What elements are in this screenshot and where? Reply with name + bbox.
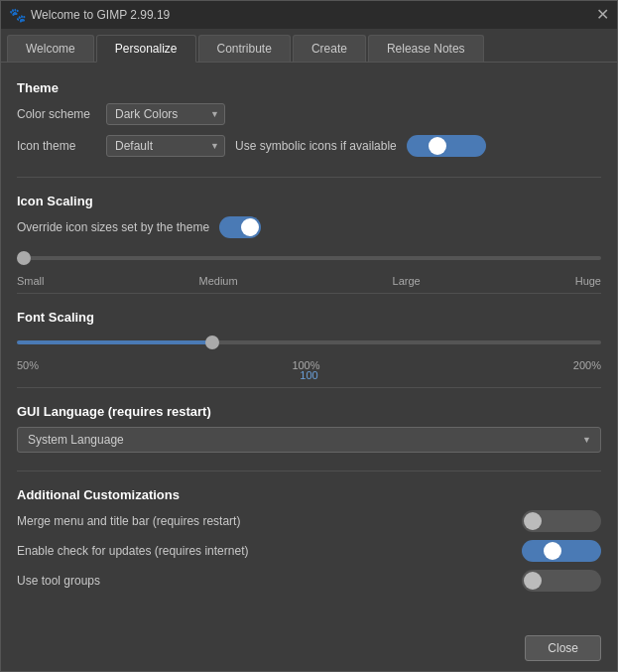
divider-1 — [17, 177, 601, 178]
icon-scaling-title: Icon Scaling — [17, 194, 601, 208]
additional-title: Additional Customizations — [17, 487, 601, 502]
override-label: Override icon sizes set by the theme — [17, 220, 209, 234]
font-scaling-title: Font Scaling — [17, 310, 601, 325]
font-slider-container — [17, 333, 601, 355]
icon-theme-row: Icon theme Default Use symbolic icons if… — [17, 135, 601, 157]
close-button[interactable]: Close — [525, 635, 601, 661]
titlebar: 🐾 Welcome to GIMP 2.99.19 ✕ — [1, 1, 617, 29]
icon-slider-container — [17, 248, 601, 271]
icon-medium-label: Medium — [198, 275, 237, 287]
merge-menu-row: Merge menu and title bar (requires resta… — [17, 510, 601, 532]
tabs-bar: Welcome Personalize Contribute Create Re… — [1, 29, 617, 63]
icon-huge-label: Huge — [575, 275, 601, 287]
icon-theme-dropdown-wrapper: Default — [106, 135, 225, 157]
color-scheme-dropdown[interactable]: Dark Colors — [106, 103, 225, 125]
main-window: 🐾 Welcome to GIMP 2.99.19 ✕ Welcome Pers… — [0, 0, 618, 672]
content-area: Theme Color scheme Dark Colors Icon them… — [1, 63, 617, 625]
tab-release-notes[interactable]: Release Notes — [368, 35, 484, 62]
merge-menu-label: Merge menu and title bar (requires resta… — [17, 514, 512, 528]
footer: Close — [1, 625, 617, 671]
font-size-slider[interactable] — [17, 333, 601, 352]
divider-4 — [17, 470, 601, 471]
gui-language-dropdown-wrapper: System Language — [17, 427, 601, 453]
check-updates-label: Enable check for updates (requires inter… — [17, 544, 512, 558]
window-title: Welcome to GIMP 2.99.19 — [31, 8, 170, 22]
override-row: Override icon sizes set by the theme — [17, 216, 601, 238]
close-icon[interactable]: ✕ — [596, 7, 609, 23]
divider-2 — [17, 293, 601, 294]
gui-language-title: GUI Language (requires restart) — [17, 404, 601, 419]
tool-groups-toggle[interactable] — [522, 570, 601, 592]
tab-personalize[interactable]: Personalize — [96, 35, 196, 63]
tab-contribute[interactable]: Contribute — [198, 35, 291, 62]
tool-groups-label: Use tool groups — [17, 574, 512, 588]
app-icon: 🐾 — [9, 7, 25, 23]
tool-groups-row: Use tool groups — [17, 570, 601, 592]
tab-welcome[interactable]: Welcome — [7, 35, 94, 62]
font-slider-value: 100 — [17, 369, 601, 381]
check-updates-toggle[interactable] — [522, 540, 601, 562]
symbolic-icons-label: Use symbolic icons if available — [235, 139, 397, 153]
color-scheme-row: Color scheme Dark Colors — [17, 103, 601, 125]
check-updates-row: Enable check for updates (requires inter… — [17, 540, 601, 562]
divider-3 — [17, 387, 601, 388]
color-scheme-label: Color scheme — [17, 107, 96, 121]
icon-slider-labels: Small Medium Large Huge — [17, 275, 601, 287]
titlebar-left: 🐾 Welcome to GIMP 2.99.19 — [9, 7, 170, 23]
gui-language-dropdown[interactable]: System Language — [17, 427, 601, 453]
icon-size-slider[interactable] — [17, 248, 601, 268]
icon-theme-label: Icon theme — [17, 139, 96, 153]
symbolic-icons-toggle[interactable] — [407, 135, 486, 157]
tab-create[interactable]: Create — [293, 35, 366, 62]
icon-large-label: Large — [393, 275, 421, 287]
icon-theme-dropdown[interactable]: Default — [106, 135, 225, 157]
override-toggle[interactable] — [219, 216, 261, 238]
icon-small-label: Small — [17, 275, 45, 287]
theme-section-title: Theme — [17, 80, 601, 95]
merge-menu-toggle[interactable] — [522, 510, 601, 532]
color-scheme-dropdown-wrapper: Dark Colors — [106, 103, 225, 125]
